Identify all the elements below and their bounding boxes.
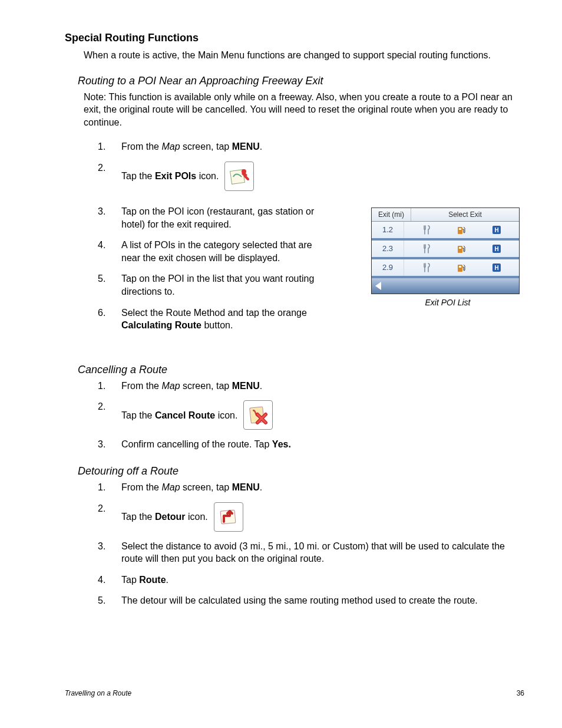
- svg-rect-7: [459, 247, 461, 249]
- step-item: Select the Route Method and tap the oran…: [98, 307, 322, 332]
- svg-rect-10: [458, 265, 462, 272]
- step-text: MENU: [232, 141, 260, 151]
- steps-list: From the Map screen, tap MENU. Tap the E…: [98, 140, 524, 191]
- step-text: icon.: [215, 410, 237, 420]
- step-item: From the Map screen, tap MENU.: [98, 380, 524, 393]
- svg-rect-11: [459, 266, 461, 268]
- step-text: .: [260, 381, 262, 391]
- steps-list: From the Map screen, tap MENU. Tap the C…: [98, 380, 524, 451]
- cancel-route-icon: [243, 400, 273, 430]
- step-text: Cancel Route: [155, 410, 215, 420]
- exit-poi-list: Exit (mi) Select Exit 1.2 H 2.3: [371, 207, 520, 294]
- step-text: Detour: [155, 512, 186, 522]
- step-text: Exit POIs: [155, 171, 196, 181]
- step-text: button.: [201, 320, 233, 330]
- gas-station-icon[interactable]: [456, 243, 467, 254]
- steps-list: Tap on the POI icon (restaurant, gas sta…: [98, 205, 359, 340]
- svg-text:H: H: [495, 246, 499, 252]
- exit-pois-icon: [224, 162, 254, 191]
- restaurant-icon[interactable]: [421, 262, 432, 273]
- step-text: Yes.: [272, 439, 291, 449]
- exit-distance: 1.2: [372, 222, 404, 238]
- step-text: Tap the: [121, 512, 155, 522]
- step-text: Map: [161, 482, 180, 492]
- step-text: Tap the: [121, 410, 155, 420]
- svg-rect-3: [459, 228, 461, 230]
- section-intro: When a route is active, the Main Menu fu…: [84, 49, 524, 62]
- step-text: screen, tap: [180, 381, 232, 391]
- step-item: Tap the Exit POIs icon.: [98, 162, 524, 191]
- step-item: Tap on the POI icon (restaurant, gas sta…: [98, 205, 322, 230]
- step-text: MENU: [232, 381, 260, 391]
- step-text: .: [166, 575, 168, 585]
- step-text: Route: [139, 575, 166, 585]
- step-text: Select the Route Method and tap the oran…: [121, 308, 307, 318]
- gas-station-icon[interactable]: [456, 225, 467, 235]
- step-item: Tap Route.: [98, 574, 524, 587]
- hotel-icon[interactable]: H: [491, 262, 502, 273]
- step-item: A list of POIs in the category selected …: [98, 239, 322, 264]
- svg-rect-6: [458, 246, 462, 253]
- step-text: Map: [161, 381, 180, 391]
- page-footer: Travelling on a Route 36: [65, 689, 524, 697]
- subsection-note: Note: This function is available only wh…: [84, 91, 524, 129]
- exit-row[interactable]: 1.2 H: [372, 222, 519, 238]
- svg-text:H: H: [495, 265, 499, 271]
- figure-caption: Exit POI List: [371, 298, 524, 307]
- exit-list-header: Exit (mi) Select Exit: [372, 208, 519, 222]
- step-text: icon.: [186, 512, 208, 522]
- step-item: Select the distance to avoid (3 mi., 5 m…: [98, 540, 524, 565]
- hotel-icon[interactable]: H: [491, 243, 502, 254]
- subsection-heading-detour: Detouring off a Route: [78, 465, 524, 477]
- restaurant-icon[interactable]: [421, 225, 432, 235]
- step-text: MENU: [232, 482, 260, 492]
- step-text: Map: [161, 141, 180, 151]
- hotel-icon[interactable]: H: [491, 225, 502, 235]
- step-text: From the: [121, 141, 161, 151]
- exit-row[interactable]: 2.9 H: [372, 259, 519, 276]
- step-text: Tap the: [121, 171, 155, 181]
- gas-station-icon[interactable]: [456, 262, 467, 273]
- step-text: Tap: [121, 575, 139, 585]
- steps-list: From the Map screen, tap MENU. Tap the D…: [98, 481, 524, 607]
- step-item: The detour will be calculated using the …: [98, 594, 524, 607]
- step-text: screen, tap: [180, 141, 232, 151]
- step-item: Tap the Detour icon.: [98, 502, 524, 532]
- exit-poi-figure: Exit (mi) Select Exit 1.2 H 2.3: [371, 207, 524, 307]
- page-number: 36: [517, 689, 524, 697]
- step-item: Tap the Cancel Route icon.: [98, 400, 524, 430]
- step-item: Confirm cancelling of the route. Tap Yes…: [98, 438, 524, 451]
- svg-rect-2: [458, 227, 462, 234]
- exit-distance: 2.3: [372, 241, 404, 257]
- exit-distance: 2.9: [372, 259, 404, 276]
- exit-list-footer: [372, 278, 519, 294]
- step-text: Confirm cancelling of the route. Tap: [121, 439, 272, 449]
- step-item: From the Map screen, tap MENU.: [98, 140, 524, 153]
- svg-text:H: H: [495, 227, 499, 233]
- section-heading: Special Routing Functions: [65, 32, 524, 44]
- subsection-heading-cancel: Cancelling a Route: [78, 364, 524, 376]
- footer-section-name: Travelling on a Route: [65, 689, 131, 697]
- step-text: icon.: [196, 171, 219, 181]
- back-icon[interactable]: [375, 282, 381, 290]
- detour-icon: [214, 502, 243, 532]
- header-exit-mi: Exit (mi): [372, 208, 411, 221]
- step-text: .: [260, 482, 262, 492]
- header-select-exit: Select Exit: [411, 208, 519, 221]
- step-item: From the Map screen, tap MENU.: [98, 481, 524, 494]
- restaurant-icon[interactable]: [421, 243, 432, 254]
- step-text: Calculating Route: [121, 320, 201, 330]
- exit-row[interactable]: 2.3 H: [372, 241, 519, 257]
- step-item: Tap on the POI in the list that you want…: [98, 272, 322, 298]
- step-text: From the: [121, 482, 161, 492]
- subsection-heading-poi: Routing to a POI Near an Approaching Fre…: [78, 75, 524, 87]
- step-text: screen, tap: [180, 482, 232, 492]
- step-text: From the: [121, 381, 161, 391]
- step-text: .: [260, 141, 262, 151]
